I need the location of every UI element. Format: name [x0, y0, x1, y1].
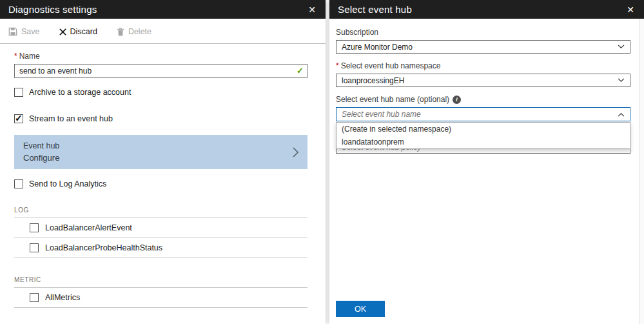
discard-label: Discard: [70, 27, 97, 36]
subscription-value: Azure Monitor Demo: [342, 43, 413, 52]
diagnostics-form: *Name ✓ Archive to a storage account ✓ S…: [0, 44, 326, 308]
discard-x-icon: [59, 28, 66, 35]
save-button[interactable]: Save: [8, 27, 40, 36]
info-icon: i: [453, 96, 461, 104]
log-item-label: LoadBalancerProbeHealthStatus: [45, 243, 162, 252]
namespace-value: loanprocessingEH: [342, 76, 404, 85]
checkmark-icon: ✓: [15, 113, 23, 123]
subscription-label: Subscription: [336, 28, 630, 37]
log-item-label: LoadBalancerAlertEvent: [45, 223, 132, 232]
select-event-hub-form: Subscription Azure Monitor Demo * Select…: [329, 19, 644, 324]
page-title: Select event hub: [338, 4, 625, 15]
archive-checkbox[interactable]: [14, 88, 23, 97]
stream-label: Stream to an event hub: [29, 114, 113, 123]
namespace-label: * Select event hub namespace: [336, 61, 630, 70]
ok-button[interactable]: OK: [336, 301, 385, 317]
event-hub-card-text: Event hub Configure: [23, 141, 293, 163]
chevron-down-icon: [618, 45, 625, 49]
archive-checkbox-row: Archive to a storage account: [14, 88, 307, 97]
archive-label: Archive to a storage account: [29, 88, 131, 97]
log-analytics-label: Send to Log Analytics: [29, 179, 106, 188]
list-item[interactable]: loandatatoonprem: [337, 136, 630, 148]
subscription-select[interactable]: Azure Monitor Demo: [336, 40, 630, 54]
event-hub-name-label: Select event hub name (optional) i: [336, 95, 630, 104]
stream-checkbox[interactable]: ✓: [14, 114, 23, 123]
log-analytics-checkbox-row: Send to Log Analytics: [14, 179, 307, 188]
delete-button[interactable]: Delete: [117, 27, 151, 36]
name-input[interactable]: [14, 64, 307, 78]
event-hub-configure-card[interactable]: Event hub Configure: [14, 135, 307, 169]
close-icon[interactable]: ✕: [625, 4, 636, 15]
table-row: LoadBalancerProbeHealthStatus: [14, 238, 307, 258]
toolbar: Save Discard Delete: [0, 19, 326, 44]
close-icon[interactable]: ✕: [307, 4, 317, 15]
diagnostics-settings-blade: Diagnostics settings ✕ Save Discard Dele…: [0, 0, 326, 324]
log-item-checkbox[interactable]: [30, 223, 39, 232]
save-icon: [8, 27, 17, 36]
event-hub-name-combobox[interactable]: [336, 107, 630, 121]
blade-header: Select event hub ✕: [329, 0, 644, 19]
log-item-checkbox[interactable]: [30, 243, 39, 252]
save-label: Save: [21, 27, 40, 36]
namespace-select[interactable]: loanprocessingEH: [336, 74, 630, 87]
event-hub-card-title: Event hub: [23, 141, 293, 150]
required-marker: *: [336, 61, 339, 70]
discard-button[interactable]: Discard: [59, 27, 97, 36]
metric-item-checkbox[interactable]: [30, 293, 39, 302]
chevron-down-icon: [618, 78, 625, 83]
event-hub-card-action: Configure: [23, 153, 293, 163]
event-hub-name-dropdown-list: (Create in selected namespace) loandatat…: [336, 122, 630, 149]
trash-icon: [117, 27, 124, 36]
name-field-wrap: ✓: [14, 64, 307, 78]
stream-checkbox-row: ✓ Stream to an event hub: [14, 114, 307, 123]
log-analytics-checkbox[interactable]: [14, 179, 23, 188]
select-event-hub-blade: Select event hub ✕ Subscription Azure Mo…: [329, 0, 644, 324]
table-row: AllMetrics: [14, 288, 307, 308]
scrollbar[interactable]: [639, 19, 644, 324]
list-item[interactable]: (Create in selected namespace): [337, 123, 630, 136]
blade-header: Diagnostics settings ✕: [0, 0, 326, 19]
log-section-label: LOG: [14, 207, 307, 218]
table-row: LoadBalancerAlertEvent: [14, 218, 307, 238]
delete-label: Delete: [128, 27, 151, 36]
event-hub-name-input[interactable]: [342, 110, 618, 119]
event-hub-name-combobox-wrap: (Create in selected namespace) loandatat…: [336, 107, 630, 121]
page-title: Diagnostics settings: [8, 4, 307, 15]
chevron-up-icon: [618, 112, 625, 117]
chevron-right-icon: [293, 147, 298, 157]
required-marker: *: [14, 52, 17, 61]
validation-check-icon: ✓: [297, 66, 304, 76]
metric-item-label: AllMetrics: [45, 293, 80, 302]
name-label: *Name: [14, 52, 307, 61]
metric-section-label: METRIC: [14, 276, 307, 288]
